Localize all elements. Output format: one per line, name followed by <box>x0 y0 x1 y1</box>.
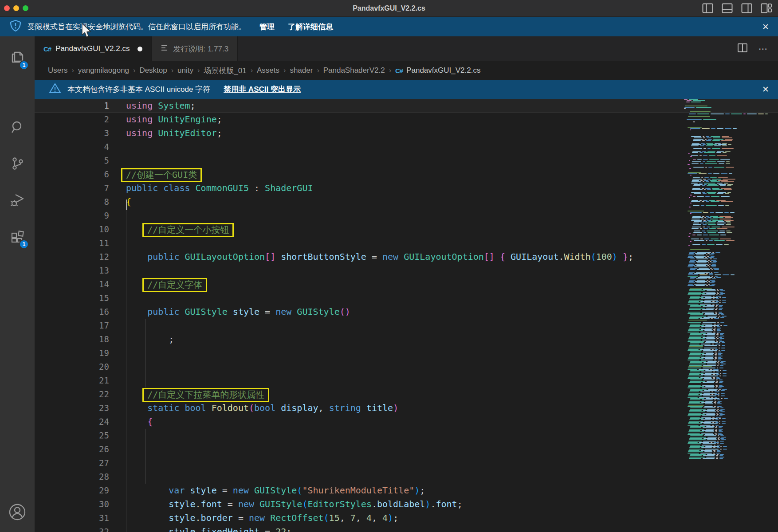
customize-layout-icon[interactable] <box>761 3 772 13</box>
breadcrumb-separator: › <box>251 66 253 74</box>
code-line[interactable]: 3using UnityEditor; <box>35 126 778 140</box>
breadcrumb-item[interactable]: 场景模版_01 <box>204 66 246 76</box>
toggle-secondary-sidebar-icon[interactable] <box>741 3 752 13</box>
breadcrumb-item[interactable]: Desktop <box>139 66 167 75</box>
breadcrumb-item[interactable]: unity <box>177 66 193 75</box>
code-line[interactable]: 16 public GUIStyle style = new GUIStyle(… <box>35 305 778 319</box>
minimap-line <box>683 106 772 106</box>
code-line[interactable]: 5 <box>35 154 778 168</box>
minimap[interactable] <box>683 99 772 532</box>
minimap-line <box>683 349 772 350</box>
code-line[interactable]: 4 <box>35 140 778 154</box>
breadcrumb-item[interactable]: PandaShaderV2.2 <box>323 66 385 75</box>
code-line[interactable]: 18 ; <box>35 332 778 346</box>
code-line[interactable]: 17 <box>35 319 778 332</box>
minimap-line <box>683 325 772 326</box>
line-number: 31 <box>35 511 109 525</box>
non-ascii-highlight-box: //自定义字体 <box>142 278 207 292</box>
tab-file[interactable]: C#PandavfxGUI_V2.2.cs <box>35 36 152 61</box>
code-text: style.font = new GUIStyle(EditorStyles.b… <box>109 497 778 511</box>
close-unicode-banner-icon[interactable]: ✕ <box>762 84 769 94</box>
code-editor[interactable]: 1using System;2using UnityEngine;3using … <box>35 99 778 532</box>
minimap-line <box>683 453 772 454</box>
minimap-line <box>683 211 772 211</box>
code-line[interactable]: 27 <box>35 456 778 470</box>
code-line[interactable]: 30 style.font = new GUIStyle(EditorStyle… <box>35 497 778 511</box>
minimap-line <box>683 350 772 351</box>
split-editor-icon[interactable] <box>737 43 748 55</box>
code-line[interactable]: 2using UnityEngine; <box>35 113 778 126</box>
code-line[interactable]: 8{ <box>35 195 778 209</box>
tab-release-notes[interactable]: 发行说明: 1.77.3 <box>152 36 238 61</box>
code-line[interactable]: 32 style.fixedHeight = 22; <box>35 525 778 532</box>
restricted-mode-banner: 受限模式旨在实现安全地浏览代码。信任此窗口以启用所有功能。 管理 了解详细信息 … <box>0 17 778 36</box>
line-number: 17 <box>35 319 109 332</box>
code-line[interactable]: 26 <box>35 442 778 456</box>
minimap-line <box>683 431 772 432</box>
code-line[interactable]: 28 <box>35 470 778 484</box>
code-line[interactable]: 29 var style = new GUIStyle("ShurikenMod… <box>35 484 778 497</box>
code-line[interactable]: 6//创建一个GUI类 <box>35 168 778 181</box>
code-line[interactable]: 24 { <box>35 415 778 429</box>
code-line[interactable]: 14 //自定义字体 <box>35 278 778 291</box>
minimap-line <box>683 136 772 137</box>
extensions-badge: 1 <box>19 239 29 249</box>
modified-dot-icon[interactable] <box>138 47 142 51</box>
minimap-line <box>683 232 772 233</box>
code-line[interactable]: 15 <box>35 291 778 305</box>
minimap-line <box>683 188 772 189</box>
minimap-line <box>683 177 772 178</box>
close-trust-banner-icon[interactable]: ✕ <box>762 22 769 32</box>
learn-more-link[interactable]: 了解详细信息 <box>288 22 333 32</box>
sidebar-item-extensions[interactable]: 1 <box>0 223 35 250</box>
minimap-line <box>683 201 772 202</box>
code-line[interactable]: 11 <box>35 236 778 250</box>
minimap-line <box>683 447 772 448</box>
code-line[interactable]: 7public class CommonGUI5 : ShaderGUI <box>35 181 778 195</box>
minimap-line <box>683 200 772 201</box>
minimap-line <box>683 382 772 383</box>
disable-non-ascii-link[interactable]: 禁用非 ASCII 突出显示 <box>224 84 301 94</box>
minimap-line <box>683 227 772 227</box>
minimap-line <box>683 361 772 362</box>
breadcrumb-item[interactable]: Assets <box>257 66 279 75</box>
code-line[interactable]: 31 style.border = new RectOffset(15, 7, … <box>35 511 778 525</box>
sidebar-item-run-debug[interactable] <box>0 186 35 214</box>
minimap-line <box>683 262 772 263</box>
minimap-line <box>683 398 772 399</box>
minimap-line <box>683 297 772 298</box>
code-line[interactable]: 22 //自定义下拉菜单的形状属性 <box>35 387 778 401</box>
minimap-line <box>683 304 772 305</box>
breadcrumb-item-file[interactable]: C#PandavfxGUI_V2.2.cs <box>395 66 480 75</box>
minimap-line <box>683 414 772 415</box>
code-line[interactable]: 21 <box>35 374 778 387</box>
minimap-line <box>683 140 772 141</box>
more-actions-icon[interactable]: ⋯ <box>758 43 768 54</box>
account-icon[interactable] <box>0 498 35 526</box>
code-line[interactable]: 23 static bool Foldout(bool display, str… <box>35 401 778 415</box>
code-line[interactable]: 9 <box>35 209 778 223</box>
manage-trust-link[interactable]: 管理 <box>259 22 275 32</box>
sidebar-item-explorer[interactable]: 1 <box>0 43 35 71</box>
minimap-line <box>683 337 772 338</box>
minimap-line <box>683 119 772 120</box>
toggle-primary-sidebar-icon[interactable] <box>702 3 713 13</box>
sidebar-item-search[interactable] <box>0 113 35 141</box>
code-text: { <box>109 195 778 209</box>
sidebar-item-source-control[interactable] <box>0 150 35 177</box>
breadcrumb-item[interactable]: shader <box>290 66 313 75</box>
toggle-panel-icon[interactable] <box>722 3 733 13</box>
code-line[interactable]: 19 <box>35 346 778 360</box>
tab-bar: C#PandavfxGUI_V2.2.cs发行说明: 1.77.3 ⋯ <box>35 36 778 61</box>
minimap-line <box>683 405 772 406</box>
code-line[interactable]: 13 <box>35 264 778 278</box>
code-line[interactable]: 20 <box>35 360 778 374</box>
breadcrumb-item[interactable]: yangmilaogong <box>78 66 129 75</box>
code-line[interactable]: 10 //自定义一个小按钮 <box>35 223 778 236</box>
minimap-line <box>683 366 772 367</box>
breadcrumb-item[interactable]: Users <box>48 66 67 75</box>
minimap-line <box>683 353 772 354</box>
code-line[interactable]: 25 <box>35 429 778 442</box>
code-line[interactable]: 12 public GUILayoutOption[] shortButtonS… <box>35 250 778 264</box>
code-line[interactable]: 1using System; <box>35 99 778 113</box>
